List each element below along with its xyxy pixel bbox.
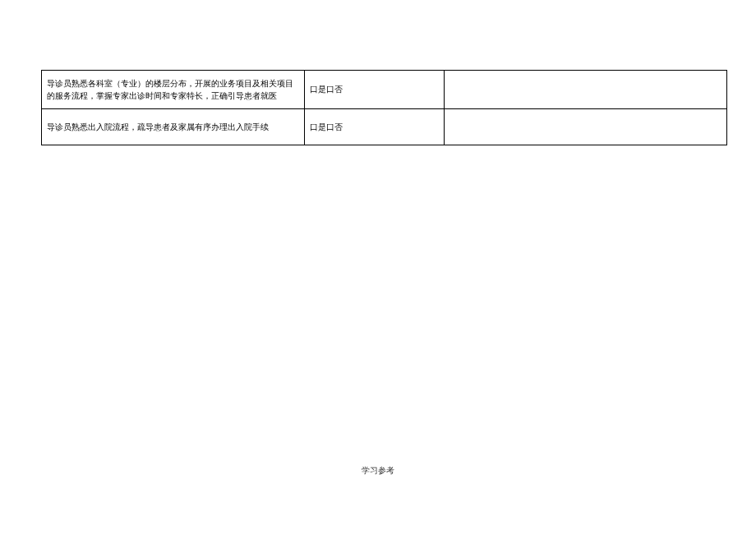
table-row: 导诊员熟悉各科室（专业）的楼层分布，开展的业务项目及相关项目的服务流程，掌握专家…	[42, 71, 727, 109]
row-option: 口是口否	[305, 109, 445, 145]
row-option: 口是口否	[305, 71, 445, 109]
checklist-table: 导诊员熟悉各科室（专业）的楼层分布，开展的业务项目及相关项目的服务流程，掌握专家…	[41, 70, 727, 145]
page-footer: 学习参考	[0, 465, 756, 476]
table-container: 导诊员熟悉各科室（专业）的楼层分布，开展的业务项目及相关项目的服务流程，掌握专家…	[41, 70, 727, 145]
row-description: 导诊员熟悉各科室（专业）的楼层分布，开展的业务项目及相关项目的服务流程，掌握专家…	[42, 71, 305, 109]
table-row: 导诊员熟悉出入院流程，疏导患者及家属有序办理出入院手续 口是口否	[42, 109, 727, 145]
row-remark	[445, 109, 727, 145]
row-remark	[445, 71, 727, 109]
row-description: 导诊员熟悉出入院流程，疏导患者及家属有序办理出入院手续	[42, 109, 305, 145]
